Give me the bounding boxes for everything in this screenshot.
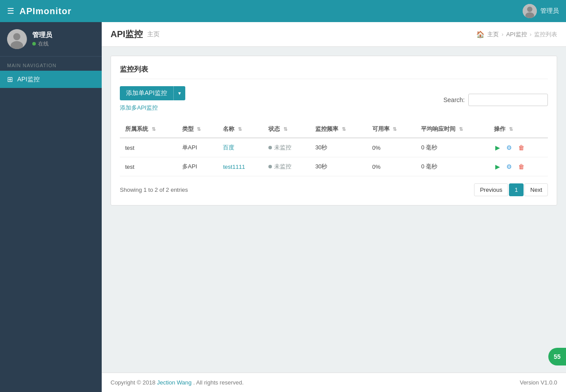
- home-icon: 🏠: [476, 30, 485, 38]
- delete-button-0[interactable]: 🗑: [517, 143, 526, 152]
- sidebar-username: 管理员: [32, 31, 52, 39]
- sidebar-item-api-monitor[interactable]: ⊞ API监控: [0, 71, 102, 88]
- sort-name-icon[interactable]: ⇅: [238, 126, 242, 132]
- sort-status-icon[interactable]: ⇅: [283, 126, 287, 132]
- float-button-label: 55: [554, 353, 561, 360]
- table-row: test 多API test1111 未监控 30秒 0% 0 毫秒 ▶ ⚙ 🗑: [120, 157, 548, 176]
- cell-availability-1: 0%: [367, 157, 416, 176]
- cell-availability-0: 0%: [367, 138, 416, 157]
- svg-point-4: [13, 33, 20, 40]
- api-monitor-icon: ⊞: [7, 75, 13, 84]
- dropdown-toggle-button[interactable]: ▾: [173, 86, 185, 100]
- cell-system-1: test: [120, 157, 177, 176]
- page-title: API监控: [111, 28, 143, 40]
- col-actions: 操作 ⇅: [489, 121, 548, 138]
- table-header-row: 所属系统 ⇅ 类型 ⇅ 名称 ⇅ 状态 ⇅ 监控频率 ⇅ 可用率 ⇅ 平均响应时…: [120, 121, 548, 138]
- cell-avg-response-1: 0 毫秒: [416, 157, 489, 176]
- cell-actions-0: ▶ ⚙ 🗑: [489, 138, 548, 157]
- header-right: 管理员: [523, 4, 559, 18]
- play-button-1[interactable]: ▶: [494, 162, 501, 171]
- col-status: 状态 ⇅: [263, 121, 310, 138]
- sort-avg-response-icon[interactable]: ⇅: [459, 126, 463, 132]
- status-text-0: 未监控: [274, 144, 291, 152]
- status-text: 在线: [38, 40, 49, 48]
- sort-availability-icon[interactable]: ⇅: [393, 126, 397, 132]
- hamburger-button[interactable]: ☰: [7, 6, 14, 16]
- sidebar-item-label: API监控: [17, 76, 40, 84]
- float-button[interactable]: 55: [548, 348, 566, 365]
- sidebar: 管理员 在线 MAIN NAVIGATION ⊞ API监控: [0, 22, 102, 392]
- main-content: 监控列表 添加单API监控 ▾ 添加多API监控 添加多API监控: [102, 47, 566, 373]
- cell-actions-1: ▶ ⚙ 🗑: [489, 157, 548, 176]
- sort-actions-icon[interactable]: ⇅: [509, 126, 513, 132]
- next-button[interactable]: Next: [524, 183, 548, 196]
- cell-system-0: test: [120, 138, 177, 157]
- monitor-table: 所属系统 ⇅ 类型 ⇅ 名称 ⇅ 状态 ⇅ 监控频率 ⇅ 可用率 ⇅ 平均响应时…: [120, 121, 548, 176]
- cell-status-1: 未监控: [263, 157, 310, 176]
- status-text-1: 未监控: [274, 163, 291, 171]
- user-panel: 管理员 在线: [0, 22, 102, 57]
- breadcrumb: 🏠 主页 › API监控 › 监控列表: [476, 30, 557, 38]
- search-input[interactable]: [468, 94, 548, 106]
- main-layout: 管理员 在线 MAIN NAVIGATION ⊞ API监控 API监控 主页 …: [0, 22, 566, 392]
- table-body: test 单API 百度 未监控 30秒 0% 0 毫秒 ▶ ⚙ 🗑 test: [120, 138, 548, 176]
- add-multi-visible[interactable]: 添加多API监控: [120, 102, 158, 114]
- breadcrumb-api-monitor[interactable]: API监控: [506, 30, 527, 38]
- content-area: API监控 主页 🏠 主页 › API监控 › 监控列表 监控列表: [102, 22, 566, 392]
- play-button-0[interactable]: ▶: [494, 143, 501, 152]
- header-left: ☰ APImonitor: [7, 6, 72, 16]
- page-subtitle: 主页: [147, 30, 160, 38]
- svg-point-1: [527, 7, 532, 12]
- add-single-button[interactable]: 添加单API监控: [120, 86, 173, 100]
- breadcrumb-sep-1: ›: [501, 31, 503, 38]
- page-1-button[interactable]: 1: [509, 183, 524, 196]
- author-link[interactable]: Jection Wang: [157, 379, 191, 386]
- header-user-avatar: [523, 4, 537, 18]
- user-info: 管理员 在线: [32, 31, 52, 48]
- breadcrumb-current: 监控列表: [534, 30, 557, 38]
- cell-frequency-1: 30秒: [310, 157, 367, 176]
- col-system: 所属系统 ⇅: [120, 121, 177, 138]
- pagination: Previous 1 Next: [474, 183, 548, 196]
- header-username: 管理员: [540, 7, 559, 15]
- col-frequency: 监控频率 ⇅: [310, 121, 367, 138]
- cell-status-0: 未监控: [263, 138, 310, 157]
- rights-text: . All rights reserved.: [193, 379, 244, 386]
- col-availability: 可用率 ⇅: [367, 121, 416, 138]
- user-status: 在线: [32, 40, 52, 48]
- sort-system-icon[interactable]: ⇅: [152, 126, 156, 132]
- page-title-area: API监控 主页: [111, 28, 160, 40]
- card-title: 监控列表: [120, 65, 548, 79]
- search-area: Search:: [444, 94, 548, 106]
- cell-avg-response-0: 0 毫秒: [416, 138, 489, 157]
- settings-button-0[interactable]: ⚙: [505, 143, 513, 152]
- name-link-1[interactable]: test1111: [223, 164, 245, 170]
- settings-button-1[interactable]: ⚙: [505, 162, 513, 171]
- sort-frequency-icon[interactable]: ⇅: [342, 126, 346, 132]
- page-header: API监控 主页 🏠 主页 › API监控 › 监控列表: [102, 22, 566, 47]
- breadcrumb-sep-2: ›: [530, 31, 532, 38]
- table-row: test 单API 百度 未监控 30秒 0% 0 毫秒 ▶ ⚙ 🗑: [120, 138, 548, 157]
- name-link-0[interactable]: 百度: [223, 144, 234, 151]
- copyright-text: Copyright © 2018: [111, 379, 155, 386]
- toolbar: 添加单API监控 ▾ 添加多API监控 添加多API监控 Search:: [120, 86, 548, 114]
- delete-button-1[interactable]: 🗑: [517, 162, 526, 171]
- footer: Copyright © 2018 Jection Wang . All righ…: [102, 373, 566, 392]
- nav-section-title: MAIN NAVIGATION: [0, 57, 102, 71]
- app-logo: APImonitor: [19, 6, 72, 16]
- version-text: Version V1.0.0: [520, 379, 557, 386]
- cell-name-0: 百度: [218, 138, 263, 157]
- add-single-dropdown[interactable]: 添加单API监控 ▾ 添加多API监控: [120, 86, 185, 100]
- cell-name-1: test1111: [218, 157, 263, 176]
- col-name: 名称 ⇅: [218, 121, 263, 138]
- sort-type-icon[interactable]: ⇅: [197, 126, 201, 132]
- cell-type-1: 多API: [177, 157, 218, 176]
- monitor-card: 监控列表 添加单API监控 ▾ 添加多API监控 添加多API监控: [111, 56, 557, 206]
- status-dot-1: [268, 165, 272, 168]
- previous-button[interactable]: Previous: [474, 183, 508, 196]
- breadcrumb-home[interactable]: 主页: [487, 30, 499, 38]
- showing-text: Showing 1 to 2 of 2 entries: [120, 186, 188, 193]
- sidebar-avatar: [7, 29, 27, 49]
- status-dot-0: [268, 146, 272, 149]
- cell-frequency-0: 30秒: [310, 138, 367, 157]
